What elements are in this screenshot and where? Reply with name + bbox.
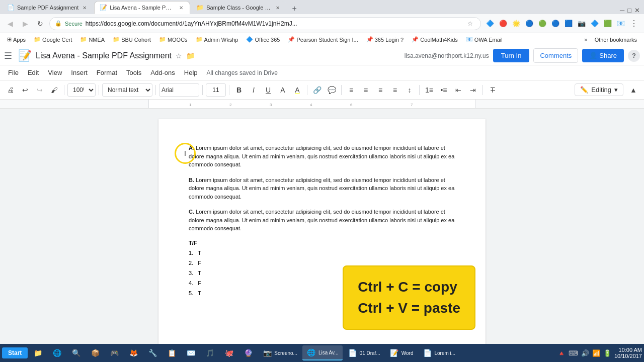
owa-bookmark[interactable]: 📧 OWA Email: [463, 35, 506, 44]
365login-bookmark[interactable]: 📌 365 Login ?: [363, 35, 407, 44]
start-button[interactable]: Start: [2, 347, 28, 358]
italic-button[interactable]: I: [247, 83, 260, 97]
url-bar[interactable]: 🔒 Secure https://docs.google.com/documen…: [49, 17, 481, 30]
ext-icon-10[interactable]: 🟩: [602, 18, 614, 30]
increase-indent-button[interactable]: ⇥: [466, 83, 479, 97]
menu-file[interactable]: File: [4, 67, 23, 78]
taskbar-app1[interactable]: 🎮: [105, 345, 123, 360]
hamburger-menu[interactable]: ☰: [4, 50, 12, 61]
new-tab-button[interactable]: +: [288, 3, 300, 14]
pearson-bookmark[interactable]: 📌 Pearson Student Sign I...: [285, 35, 361, 44]
ext-icon-9[interactable]: 🔷: [589, 18, 601, 30]
taskbar-firefox[interactable]: 🦊: [124, 345, 142, 360]
ext-icon-11[interactable]: 📧: [615, 18, 627, 30]
taskbar-file-explorer[interactable]: 📁: [29, 345, 47, 360]
align-left-button[interactable]: ≡: [345, 83, 358, 97]
back-button[interactable]: ◀: [4, 18, 16, 30]
menu-help[interactable]: Help: [180, 67, 202, 78]
share-button[interactable]: 👤 Share: [582, 49, 624, 62]
clear-format-button[interactable]: T̶: [486, 83, 499, 97]
comments-button[interactable]: Comments: [533, 48, 578, 63]
folder-icon[interactable]: 📁: [186, 52, 195, 60]
sys-icon-2[interactable]: ⌨: [569, 349, 578, 357]
font-input[interactable]: [159, 83, 199, 97]
taskbar-app3[interactable]: 📋: [163, 345, 181, 360]
ext-icon-8[interactable]: 📷: [576, 18, 588, 30]
text-color-button[interactable]: A: [276, 83, 289, 97]
forward-button[interactable]: ▶: [19, 18, 31, 30]
taskbar-google[interactable]: 🔍: [67, 345, 85, 360]
style-select[interactable]: Normal text Heading 1 Heading 2: [102, 83, 152, 97]
doc-scroll-area[interactable]: I A. Lorem ipsum dolor sit amet, consect…: [0, 109, 644, 344]
ext-icon-6[interactable]: 🔵: [549, 18, 561, 30]
tab2-close[interactable]: ✕: [178, 5, 185, 11]
ext-icon-1[interactable]: 🔷: [484, 18, 496, 30]
turn-in-button[interactable]: Turn In: [493, 49, 530, 62]
taskbar-draft[interactable]: 📄 01 Draf...: [344, 345, 384, 360]
other-bookmarks[interactable]: Other bookmarks: [592, 36, 640, 44]
sys-icon-4[interactable]: 📶: [592, 349, 600, 357]
moocs-bookmark[interactable]: 📁 MOOCs: [156, 35, 191, 44]
taskbar-app7[interactable]: 🔮: [239, 345, 257, 360]
decrease-indent-button[interactable]: ⇤: [452, 83, 465, 97]
ext-icon-2[interactable]: 🔴: [497, 18, 509, 30]
zoom-select[interactable]: 100% 75% 150%: [67, 83, 96, 97]
highlight-button[interactable]: A: [291, 83, 304, 97]
reload-button[interactable]: ↻: [34, 18, 46, 30]
taskbar-ie[interactable]: 🌐: [48, 345, 66, 360]
taskbar-app5[interactable]: 🎵: [201, 345, 219, 360]
taskbar-chrome-item[interactable]: 🌐 Lisa Av...: [302, 345, 343, 360]
tab3-close[interactable]: ✕: [274, 5, 281, 11]
chrome-menu[interactable]: ⋮: [628, 18, 640, 30]
maximize-button[interactable]: □: [627, 7, 631, 14]
underline-button[interactable]: U: [262, 83, 275, 97]
bold-button[interactable]: B: [232, 83, 246, 97]
google-cert-bookmark[interactable]: 📁 Google Cert: [31, 35, 75, 44]
taskbar-word[interactable]: 📝 Word: [385, 345, 418, 360]
menu-view[interactable]: View: [44, 67, 66, 78]
align-center-button[interactable]: ≡: [359, 83, 372, 97]
help-button[interactable]: ?: [628, 50, 640, 62]
ext-icon-3[interactable]: 🌟: [510, 18, 522, 30]
comment-button[interactable]: 💬: [325, 83, 338, 97]
line-spacing-button[interactable]: ↕: [403, 83, 416, 97]
coolmath-bookmark[interactable]: 📌 CoolMath4Kids: [409, 35, 461, 44]
align-justify-button[interactable]: ≡: [388, 83, 401, 97]
sys-icon-1[interactable]: 🔺: [557, 349, 566, 357]
ext-icon-7[interactable]: 🟦: [562, 18, 575, 30]
taskbar-dropbox[interactable]: 📦: [86, 345, 104, 360]
numbered-list-button[interactable]: 1≡: [423, 83, 436, 97]
ext-icon-4[interactable]: 🔵: [523, 18, 535, 30]
bullet-list-button[interactable]: •≡: [437, 83, 450, 97]
tab-1[interactable]: 📄 Sample PDF Assignment ✕: [2, 1, 93, 14]
sys-icon-3[interactable]: 🔊: [581, 349, 589, 357]
tab-2[interactable]: 📝 Lisa Avena - Sample PDF A... ✕: [94, 1, 190, 14]
admin-bookmark[interactable]: 📁 Admin Wkshp: [193, 35, 242, 44]
taskbar-lorem[interactable]: 📄 Lorem i...: [418, 345, 459, 360]
user-account[interactable]: lisa.avena@northport.k12.ny.us: [405, 52, 489, 59]
taskbar-app4[interactable]: ✉️: [182, 345, 200, 360]
redo-button[interactable]: ↪: [33, 83, 46, 97]
menu-format[interactable]: Format: [93, 67, 121, 78]
tab-3[interactable]: 📁 Sample Class - Google Drive ✕: [191, 1, 286, 14]
link-button[interactable]: 🔗: [310, 83, 324, 97]
star-icon[interactable]: ☆: [176, 52, 182, 60]
sys-icon-5[interactable]: 🔋: [603, 349, 611, 357]
bookmark-star-icon[interactable]: ☆: [464, 18, 475, 29]
menu-tools[interactable]: Tools: [122, 67, 145, 78]
menu-edit[interactable]: Edit: [24, 67, 43, 78]
taskbar-screenshot[interactable]: 📷 Screeno...: [258, 345, 301, 360]
print-button[interactable]: 🖨: [4, 83, 17, 97]
more-bookmarks[interactable]: »: [584, 36, 588, 43]
align-right-button[interactable]: ≡: [374, 83, 387, 97]
tab1-close[interactable]: ✕: [81, 5, 88, 11]
ext-icon-5[interactable]: 🟢: [536, 18, 548, 30]
taskbar-app6[interactable]: 🐙: [220, 345, 238, 360]
menu-addons[interactable]: Add-ons: [146, 67, 179, 78]
taskbar-app2[interactable]: 🔧: [143, 345, 162, 360]
paint-format-button[interactable]: 🖌: [48, 83, 61, 97]
close-button[interactable]: ✕: [634, 7, 640, 14]
apps-bookmark[interactable]: ⊞ Apps: [4, 35, 29, 44]
undo-button[interactable]: ↩: [19, 83, 32, 97]
menu-insert[interactable]: Insert: [67, 67, 92, 78]
